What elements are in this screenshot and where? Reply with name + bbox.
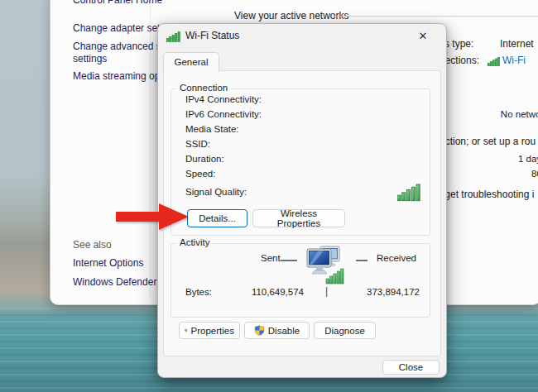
diagnose-button[interactable]: Diagnose: [314, 322, 376, 339]
row-speed: Speed: 866.7 Mbps: [185, 169, 538, 182]
screenshot-stage: Control Panel Home Change adapter sett C…: [0, 0, 538, 392]
details-button[interactable]: Details...: [187, 209, 247, 227]
tab-general[interactable]: General: [163, 52, 219, 72]
section-rule: [334, 16, 538, 17]
bytes-received-value: 373,894,172: [337, 287, 420, 297]
row-label: IPv4 Connectivity:: [185, 94, 262, 104]
dialog-title: Wi-Fi Status: [185, 30, 239, 41]
row-label: Media State:: [185, 124, 239, 134]
bytes-sent-value: 110,649,574: [221, 287, 304, 297]
signal-quality-icon: [397, 181, 420, 203]
active-networks-heading: View your active networks: [234, 10, 349, 22]
activity-group-label: Activity: [176, 237, 213, 247]
properties-button-label: Properties: [191, 326, 234, 336]
network-computers-icon: [306, 246, 344, 285]
row-value: 1 day 17:14:59: [518, 154, 538, 164]
nav-media-streaming[interactable]: Media streaming op: [73, 70, 160, 82]
row-ipv6: IPv6 Connectivity: No network access: [185, 109, 538, 122]
sent-dash: [281, 260, 297, 261]
nav-windows-defender-firewall[interactable]: Windows Defender F: [73, 276, 166, 288]
row-ssid: SSID: NETNET: [185, 139, 538, 152]
pointer-arrow: [116, 200, 195, 233]
nav-control-panel-home[interactable]: Control Panel Home: [73, 0, 162, 6]
close-button[interactable]: Close: [382, 360, 440, 375]
tab-page: Connection IPv4 Connectivity: Internet I…: [163, 70, 441, 356]
access-type-value: Internet: [500, 38, 534, 50]
received-dash: [356, 260, 367, 261]
connection-group-label: Connection: [176, 83, 231, 93]
nav-change-advanced-sharing-line2[interactable]: settings: [73, 53, 107, 65]
wireless-properties-button[interactable]: Wireless Properties: [252, 209, 345, 227]
wifi-signal-icon: [166, 31, 180, 42]
row-value: No network access: [501, 109, 538, 119]
nav-change-advanced-sharing[interactable]: Change advanced sh: [73, 41, 166, 52]
row-label: SSID:: [185, 139, 210, 149]
row-label: Speed:: [185, 169, 215, 179]
wifi-signal-icon: [488, 57, 500, 66]
properties-button[interactable]: Properties: [179, 322, 240, 339]
row-label: Duration:: [185, 154, 224, 164]
uac-shield-icon: [254, 325, 265, 336]
bytes-label: Bytes:: [185, 287, 212, 297]
nav-change-adapter-settings[interactable]: Change adapter sett: [73, 22, 163, 34]
nav-internet-options[interactable]: Internet Options: [73, 257, 143, 269]
close-icon[interactable]: ✕: [415, 29, 431, 44]
row-label: IPv6 Connectivity:: [185, 109, 262, 119]
row-duration: Duration: 1 day 17:14:59: [185, 154, 538, 167]
disable-button[interactable]: Disable: [244, 322, 310, 339]
wifi-connection-link[interactable]: Wi-Fi: [502, 55, 526, 66]
row-value: 866.7 Mbps: [531, 169, 538, 179]
row-media-state: Media State: Enabled: [185, 124, 538, 137]
disable-button-label: Disable: [268, 326, 300, 336]
sent-label: Sent: [261, 253, 281, 263]
row-label: Signal Quality:: [185, 187, 247, 197]
uac-shield-icon: [185, 325, 188, 336]
received-label: Received: [377, 253, 416, 263]
bytes-separator: |: [325, 285, 328, 297]
see-also-heading: See also: [73, 239, 112, 251]
wifi-status-dialog: Wi-Fi Status ✕ General Connection IPv4 C…: [157, 23, 447, 378]
row-ipv4: IPv4 Connectivity: Internet: [185, 94, 538, 108]
row-signal-quality: Signal Quality:: [185, 187, 538, 200]
